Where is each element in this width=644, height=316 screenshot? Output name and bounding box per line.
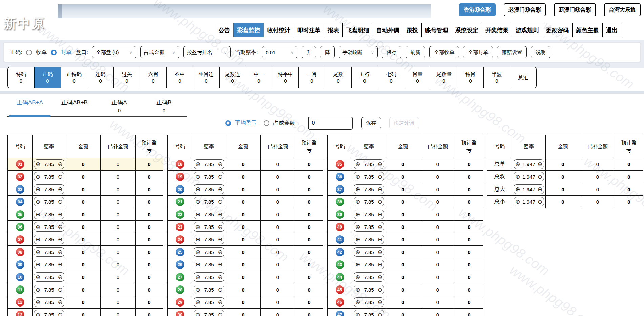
share-amount-radio[interactable]	[264, 120, 269, 126]
number-ball-37[interactable]: 37	[336, 185, 344, 194]
plus-icon[interactable]: ⊕	[36, 161, 40, 167]
category-tab-2[interactable]: 正码0	[34, 67, 61, 88]
plus-icon[interactable]: ⊕	[355, 312, 360, 316]
number-ball-46[interactable]: 46	[336, 298, 344, 307]
minus-icon[interactable]: ⊖	[378, 174, 382, 180]
plus-icon[interactable]: ⊕	[36, 224, 40, 230]
plus-icon[interactable]: ⊕	[355, 287, 360, 293]
nav-item-9[interactable]: 账号管理	[421, 23, 452, 37]
minus-icon[interactable]: ⊖	[378, 274, 382, 280]
plus-icon[interactable]: ⊕	[355, 224, 360, 230]
number-ball-36[interactable]: 36	[336, 173, 344, 181]
plus-icon[interactable]: ⊕	[36, 287, 40, 293]
nav-item-11[interactable]: 开奖结果	[482, 23, 512, 37]
plus-icon[interactable]: ⊕	[355, 161, 360, 167]
number-ball-39[interactable]: 39	[336, 210, 344, 219]
nav-item-3[interactable]: 收付统计	[264, 23, 294, 37]
plus-icon[interactable]: ⊕	[355, 199, 360, 205]
nav-item-5[interactable]: 报表	[324, 23, 343, 37]
minus-icon[interactable]: ⊖	[58, 212, 63, 217]
plus-icon[interactable]: ⊕	[195, 274, 200, 280]
number-ball-07[interactable]: 07	[16, 235, 24, 244]
category-tab-19[interactable]: 半波0	[483, 67, 510, 88]
plus-icon[interactable]: ⊕	[195, 299, 200, 305]
minus-icon[interactable]: ⊖	[218, 312, 223, 316]
minus-icon[interactable]: ⊖	[58, 186, 63, 192]
quick-adjust-button[interactable]: 快速外调	[389, 117, 419, 129]
plus-icon[interactable]: ⊕	[36, 299, 40, 305]
rank-select[interactable]: 按盈亏排名 ∨	[183, 46, 231, 58]
plus-icon[interactable]: ⊕	[515, 186, 520, 192]
nav-item-4[interactable]: 即时注单	[294, 23, 324, 37]
minus-icon[interactable]: ⊖	[378, 161, 382, 167]
nav-item-1[interactable]: 公告	[215, 23, 234, 37]
minus-icon[interactable]: ⊖	[378, 287, 382, 293]
plus-icon[interactable]: ⊕	[515, 161, 520, 167]
plus-icon[interactable]: ⊕	[355, 249, 360, 255]
minus-icon[interactable]: ⊖	[218, 274, 223, 280]
minus-icon[interactable]: ⊖	[378, 262, 382, 268]
number-ball-02[interactable]: 02	[16, 173, 24, 181]
minus-icon[interactable]: ⊖	[218, 212, 223, 217]
minus-icon[interactable]: ⊖	[58, 274, 63, 280]
nav-item-8[interactable]: 跟投	[403, 23, 422, 37]
number-ball-23[interactable]: 23	[176, 223, 184, 231]
plus-icon[interactable]: ⊕	[36, 237, 40, 242]
number-ball-42[interactable]: 42	[336, 248, 344, 256]
avg-profit-radio[interactable]	[225, 120, 231, 126]
minus-icon[interactable]: ⊖	[218, 299, 223, 305]
number-ball-18[interactable]: 18	[176, 160, 184, 169]
number-ball-44[interactable]: 44	[336, 273, 344, 281]
minus-icon[interactable]: ⊖	[218, 237, 223, 242]
category-tab-10[interactable]: 中一0	[246, 67, 272, 88]
minus-icon[interactable]: ⊖	[58, 249, 63, 255]
minus-icon[interactable]: ⊖	[218, 161, 223, 167]
plus-icon[interactable]: ⊕	[36, 174, 40, 180]
plus-icon[interactable]: ⊕	[515, 199, 520, 205]
category-tab-4[interactable]: 连码0	[87, 67, 113, 88]
nav-item-12[interactable]: 游戏规则	[512, 23, 542, 37]
plus-icon[interactable]: ⊕	[195, 174, 200, 180]
number-ball-11[interactable]: 11	[16, 285, 24, 294]
number-ball-22[interactable]: 22	[176, 210, 184, 219]
category-tab-20[interactable]: 总汇	[510, 67, 536, 88]
category-tab-17[interactable]: 尾数量0	[431, 67, 457, 88]
lower-button[interactable]: 降	[320, 46, 335, 58]
number-ball-09[interactable]: 09	[16, 260, 24, 269]
plus-icon[interactable]: ⊕	[355, 174, 360, 180]
minus-icon[interactable]: ⊖	[218, 174, 223, 180]
minus-icon[interactable]: ⊖	[218, 262, 223, 268]
plus-icon[interactable]: ⊕	[36, 199, 40, 205]
amount-mode-select[interactable]: 占成金额 ∨	[140, 46, 179, 58]
number-ball-01[interactable]: 01	[16, 160, 24, 169]
nav-item-6[interactable]: 飞盘明细	[342, 23, 373, 37]
minus-icon[interactable]: ⊖	[218, 249, 223, 255]
lottery-tab-1[interactable]: 香港⑥合彩	[459, 3, 496, 16]
number-ball-10[interactable]: 10	[16, 273, 24, 281]
minus-icon[interactable]: ⊖	[218, 199, 223, 205]
minus-icon[interactable]: ⊖	[378, 249, 382, 255]
seal-order-radio[interactable]	[51, 50, 57, 55]
port-select[interactable]: 全部盘 (0) ∨	[92, 46, 136, 58]
minus-icon[interactable]: ⊖	[58, 174, 63, 180]
plus-icon[interactable]: ⊕	[36, 249, 40, 255]
minus-icon[interactable]: ⊖	[58, 237, 63, 242]
category-tab-11[interactable]: 特平中0	[272, 67, 298, 88]
refresh-mode-select[interactable]: 手动刷新 ∨	[339, 46, 378, 58]
number-ball-43[interactable]: 43	[336, 260, 344, 269]
number-ball-05[interactable]: 05	[16, 210, 24, 219]
lottery-tab-2[interactable]: 老澳门⑥合彩	[504, 3, 546, 16]
nav-item-15[interactable]: 退出	[602, 23, 621, 37]
category-tab-7[interactable]: 不中0	[166, 67, 193, 88]
category-tab-18[interactable]: 特肖0	[457, 67, 483, 88]
plus-icon[interactable]: ⊕	[195, 199, 200, 205]
minus-icon[interactable]: ⊖	[538, 199, 542, 205]
plus-icon[interactable]: ⊕	[195, 262, 200, 268]
minus-icon[interactable]: ⊖	[378, 237, 382, 242]
plus-icon[interactable]: ⊕	[355, 262, 360, 268]
plus-icon[interactable]: ⊕	[195, 186, 200, 192]
minus-icon[interactable]: ⊖	[58, 287, 63, 293]
plus-icon[interactable]: ⊕	[355, 237, 360, 242]
plus-icon[interactable]: ⊕	[195, 224, 200, 230]
seal-order-label[interactable]: 封单	[61, 49, 71, 56]
